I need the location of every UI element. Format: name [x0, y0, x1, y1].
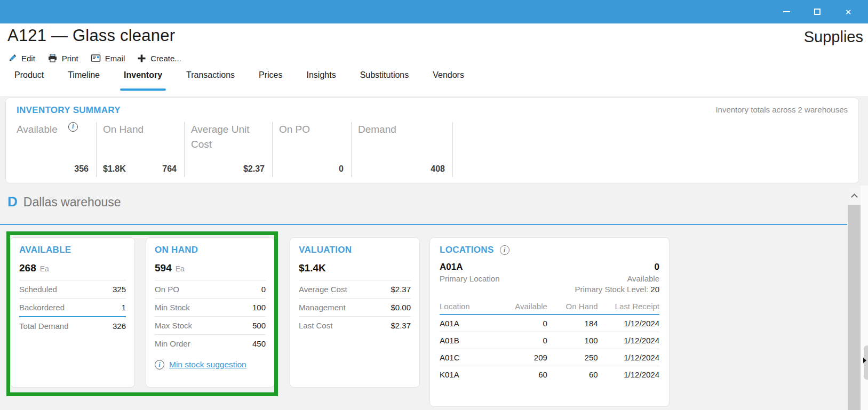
create-button[interactable]: Create...	[137, 54, 181, 63]
tab-timeline[interactable]: Timeline	[68, 70, 100, 82]
cell-available: 0	[499, 332, 547, 349]
tab-transactions[interactable]: Transactions	[186, 70, 235, 82]
min-order-row: Min Order 450	[155, 334, 266, 352]
cell-on-hand: 100	[547, 332, 598, 349]
cell-on-hand: 184	[547, 315, 598, 332]
tab-prices[interactable]: Prices	[259, 70, 282, 82]
pencil-icon	[7, 53, 17, 63]
table-row[interactable]: A01C 209 250 1/12/2024	[440, 349, 659, 366]
minimize-button[interactable]	[771, 0, 802, 23]
info-icon[interactable]: i	[155, 360, 164, 369]
metric-on-hand-value: 764	[162, 164, 177, 174]
cell-available: 0	[499, 315, 547, 332]
tab-vendors[interactable]: Vendors	[433, 70, 464, 82]
last-cost-value: $2.37	[391, 321, 411, 330]
cell-on-hand: 60	[547, 366, 598, 383]
management-value: $0.00	[391, 303, 411, 312]
primary-stock-level-value: 20	[650, 285, 659, 294]
on-hand-qty: 594	[155, 262, 172, 274]
valuation-card-title: VALUATION	[299, 245, 411, 255]
locations-card: LOCATIONS i A01A 0 Primary Location Avai…	[429, 237, 670, 407]
available-qty: 268	[19, 262, 36, 274]
table-row[interactable]: A01B 0 100 1/12/2024	[440, 332, 659, 349]
max-stock-label: Max Stock	[155, 321, 192, 330]
table-row[interactable]: K01A 60 60 1/12/2024	[440, 366, 659, 383]
vertical-scrollbar[interactable]	[848, 186, 861, 410]
close-button[interactable]: ✕	[833, 0, 864, 23]
maximize-button[interactable]	[802, 0, 833, 23]
primary-location-code: A01A	[440, 262, 463, 272]
warehouse-badge: D	[7, 194, 18, 210]
scroll-up-button[interactable]	[848, 186, 861, 205]
metric-average-unit-cost: Average Unit Cost $2.37	[185, 122, 273, 177]
content-area: INVENTORY SUMMARY Inventory totals acros…	[0, 96, 868, 410]
metric-demand-label: Demand	[358, 122, 396, 137]
metric-avg-cost-value: $2.37	[243, 164, 265, 174]
metric-on-po-value: 0	[339, 164, 344, 174]
arrow-right-icon	[863, 358, 866, 363]
cell-last-receipt: 1/12/2024	[598, 315, 659, 332]
inventory-summary-title: INVENTORY SUMMARY	[17, 105, 121, 116]
min-stock-value: 100	[252, 303, 266, 312]
metric-avg-cost-label: Average Unit Cost	[191, 122, 265, 151]
close-icon: ✕	[845, 8, 852, 16]
metric-available: Availablei 356	[17, 122, 97, 177]
col-last-receipt: Last Receipt	[598, 302, 659, 315]
summary-metrics: Availablei 356 On Hand $1.8K764 Average …	[17, 122, 848, 177]
last-cost-label: Last Cost	[299, 321, 332, 330]
scheduled-label: Scheduled	[19, 285, 57, 294]
cell-location: A01A	[440, 315, 499, 332]
tab-insights[interactable]: Insights	[306, 70, 336, 82]
minimize-icon	[783, 11, 790, 12]
metric-available-value: 356	[74, 164, 89, 174]
warehouse-header: D Dallas warehouse	[7, 194, 121, 210]
warehouse-name: Dallas warehouse	[23, 195, 121, 210]
product-category: Supplies	[804, 28, 863, 46]
email-icon	[91, 54, 101, 62]
edit-button[interactable]: Edit	[7, 53, 35, 63]
info-icon[interactable]: i	[68, 122, 78, 132]
max-stock-value: 500	[252, 321, 266, 330]
management-row: Management $0.00	[299, 298, 411, 316]
cell-last-receipt: 1/12/2024	[598, 349, 659, 366]
cell-location: K01A	[440, 366, 499, 383]
cell-last-receipt: 1/12/2024	[598, 332, 659, 349]
tab-product[interactable]: Product	[14, 70, 44, 82]
cell-available: 209	[499, 349, 547, 366]
on-po-value: 0	[261, 285, 266, 294]
metric-on-hand-label: On Hand	[103, 122, 144, 137]
table-row[interactable]: A01A 0 184 1/12/2024	[440, 315, 659, 332]
min-stock-suggestion-link[interactable]: Min stock suggestion	[169, 360, 246, 369]
side-panel-handle[interactable]	[864, 345, 868, 380]
metric-demand: Demand 408	[352, 122, 453, 177]
primary-stock-level-label: Primary Stock Level:	[575, 285, 649, 294]
backordered-row: Backordered 1	[19, 298, 126, 316]
email-button[interactable]: Email	[91, 54, 125, 63]
backordered-value: 1	[122, 303, 126, 312]
cell-location: A01B	[440, 332, 499, 349]
edit-label: Edit	[21, 54, 35, 63]
metric-on-hand-cost: $1.8K	[103, 164, 126, 174]
cell-location: A01C	[440, 349, 499, 366]
tab-substitutions[interactable]: Substitutions	[360, 70, 409, 82]
available-card: AVAILABLE 268 Ea Scheduled 325 Backorder…	[10, 237, 135, 388]
inventory-summary-card: INVENTORY SUMMARY Inventory totals acros…	[5, 98, 859, 183]
on-po-label: On PO	[155, 285, 179, 294]
backordered-label: Backordered	[19, 303, 65, 312]
metric-available-label: Available	[17, 122, 58, 137]
warehouse-totals-note: Inventory totals across 2 warehouses	[715, 105, 848, 114]
min-order-label: Min Order	[155, 339, 190, 348]
valuation-total: $1.4K	[299, 262, 326, 274]
metric-on-hand: On Hand $1.8K764	[97, 122, 185, 177]
on-hand-card: ON HAND 594 Ea On PO 0 Min Stock 100 Max…	[146, 237, 275, 388]
primary-location-available-qty: 0	[655, 262, 659, 272]
min-order-value: 450	[252, 339, 266, 348]
print-button[interactable]: Print	[47, 53, 78, 63]
scheduled-row: Scheduled 325	[19, 280, 126, 298]
col-available: Available	[499, 302, 547, 315]
tab-inventory[interactable]: Inventory	[124, 70, 162, 82]
info-icon[interactable]: i	[500, 245, 509, 255]
tab-bar: Product Timeline Inventory Transactions …	[14, 70, 857, 82]
scrollbar-thumb[interactable]	[848, 205, 861, 410]
print-label: Print	[62, 54, 78, 63]
